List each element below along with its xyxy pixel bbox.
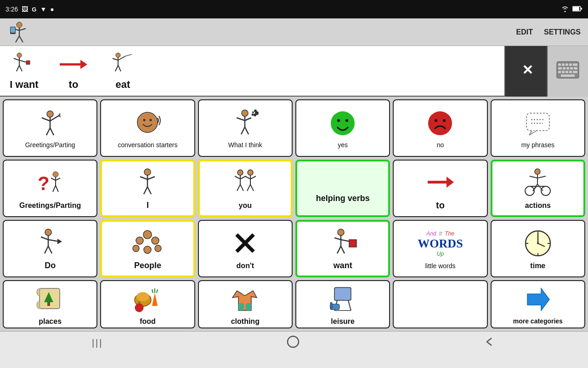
cell-people[interactable]: People: [100, 220, 195, 277]
svg-line-138: [341, 246, 345, 253]
cell-icon-food: [133, 283, 163, 315]
svg-point-60: [149, 119, 152, 121]
svg-point-13: [17, 53, 22, 58]
sentence-label-to: to: [69, 79, 79, 91]
sentence-item-eat[interactable]: eat: [108, 52, 138, 91]
cell-icon-can: ?: [35, 167, 65, 199]
cell-icon-clothing: [230, 283, 260, 315]
svg-point-61: [242, 110, 248, 116]
status-left: 3:26 🖼 G ▼ ●: [6, 6, 54, 13]
cell-do[interactable]: Do: [3, 220, 97, 277]
svg-line-110: [530, 176, 537, 178]
cell-food[interactable]: food: [100, 280, 195, 328]
cell-you[interactable]: you: [198, 160, 293, 217]
svg-line-111: [537, 176, 546, 178]
status-right: [560, 5, 582, 14]
svg-rect-162: [334, 288, 351, 300]
sentence-label-i-want: I want: [10, 79, 38, 91]
cell-conversation[interactable]: conversation starters: [100, 99, 195, 157]
cell-my-phrases[interactable]: my phrases: [491, 99, 585, 157]
nav-back-button[interactable]: [483, 335, 496, 351]
svg-point-169: [288, 336, 299, 347]
cell-icon-people: [131, 227, 164, 259]
sentence-item-i-want[interactable]: I want: [9, 52, 39, 91]
svg-line-103: [250, 176, 256, 179]
svg-line-24: [113, 58, 118, 60]
svg-line-105: [250, 184, 254, 191]
cell-icon-want: [328, 227, 358, 259]
cell-icon-yes: [329, 107, 356, 139]
svg-line-99: [240, 184, 243, 191]
svg-rect-139: [349, 240, 356, 247]
svg-line-15: [14, 58, 19, 60]
svg-marker-107: [447, 177, 454, 188]
cell-icon-you: [230, 167, 260, 199]
status-icon-dot: ●: [50, 6, 54, 13]
status-icon-photo: 🖼: [22, 6, 28, 13]
cell-leisure[interactable]: leisure: [295, 280, 390, 328]
svg-point-49: [47, 111, 53, 117]
svg-rect-45: [565, 71, 568, 73]
cell-greetings[interactable]: Greetings/Parting: [3, 99, 97, 157]
cell-more-categories[interactable]: more categories: [491, 280, 585, 328]
keyboard-button[interactable]: [547, 46, 588, 97]
cell-want[interactable]: want: [295, 220, 390, 277]
cell-label-conversation: conversation starters: [118, 141, 178, 149]
sentence-item-to[interactable]: to: [57, 52, 90, 91]
backspace-button[interactable]: [505, 46, 547, 97]
svg-line-90: [140, 177, 147, 179]
svg-point-152: [136, 292, 149, 301]
svg-point-157: [135, 304, 143, 312]
cell-can[interactable]: ? Greetings/Parting: [3, 160, 97, 217]
cell-time[interactable]: time: [491, 220, 585, 277]
settings-button[interactable]: SETTINGS: [544, 28, 581, 36]
cell-to-arrow[interactable]: to: [393, 160, 487, 217]
edit-button[interactable]: EDIT: [516, 28, 533, 36]
nav-home-button[interactable]: [287, 335, 300, 351]
svg-point-133: [338, 229, 344, 236]
nav-menu-button[interactable]: |||: [92, 338, 103, 348]
cell-i[interactable]: I: [100, 160, 195, 217]
svg-rect-11: [11, 27, 15, 33]
cell-places[interactable]: places: [3, 280, 97, 328]
app-icon[interactable]: [7, 20, 31, 44]
sentence-bar: I want to eat: [0, 46, 588, 97]
svg-rect-19: [26, 61, 30, 64]
cell-little-words[interactable]: And It The WORDS Up little words: [393, 220, 487, 277]
svg-point-82: [53, 172, 58, 177]
svg-point-74: [345, 119, 348, 122]
sentence-icon-i-want: [9, 52, 39, 77]
cell-label-yes: yes: [338, 141, 348, 149]
cell-helping-verbs[interactable]: helping verbs: [295, 160, 390, 217]
svg-rect-167: [330, 302, 332, 310]
cell-no[interactable]: no: [393, 99, 487, 157]
svg-rect-40: [566, 67, 569, 69]
svg-point-128: [133, 245, 139, 252]
cell-label-want: want: [334, 261, 352, 271]
svg-rect-42: [574, 67, 577, 69]
cell-empty: [393, 280, 487, 328]
cell-dont[interactable]: don't: [198, 220, 293, 277]
cell-clothing[interactable]: clothing: [198, 280, 293, 328]
svg-line-57: [50, 128, 54, 135]
svg-line-91: [147, 177, 155, 179]
sentence-label-eat: eat: [116, 79, 130, 91]
cell-what-i-think[interactable]: What I think: [198, 99, 293, 157]
svg-point-130: [155, 245, 161, 252]
svg-line-9: [19, 36, 23, 42]
svg-marker-21: [80, 60, 87, 69]
svg-line-120: [41, 237, 48, 240]
svg-point-94: [237, 170, 243, 175]
svg-line-18: [19, 65, 22, 71]
svg-line-124: [48, 246, 52, 253]
cell-icon-no: [426, 107, 454, 139]
status-time: 3:26: [6, 6, 18, 13]
svg-rect-47: [573, 71, 577, 73]
svg-line-51: [42, 118, 50, 121]
cell-actions[interactable]: actions: [491, 160, 585, 217]
svg-line-84: [51, 178, 56, 180]
cell-yes[interactable]: yes: [295, 99, 390, 157]
svg-point-73: [337, 119, 340, 122]
toolbar-right: EDIT SETTINGS: [516, 28, 581, 36]
svg-point-59: [143, 119, 145, 121]
